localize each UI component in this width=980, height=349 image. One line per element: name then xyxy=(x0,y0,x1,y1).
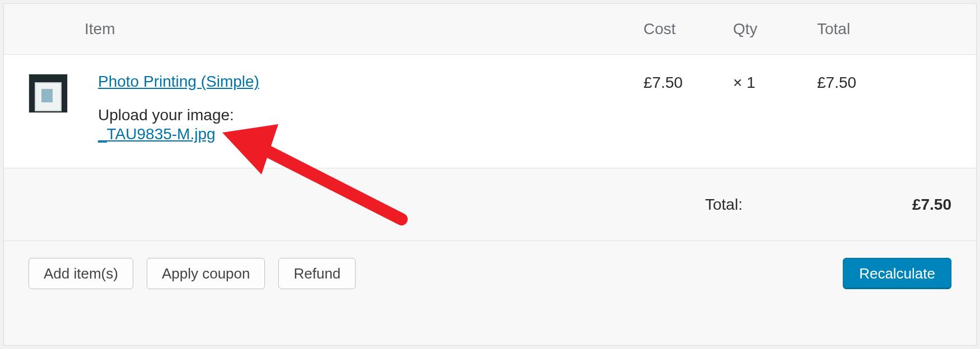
recalculate-button[interactable]: Recalculate xyxy=(843,258,951,289)
col-header-total: Total xyxy=(817,20,951,38)
table-header: Item Cost Qty Total xyxy=(4,4,976,54)
product-thumbnail[interactable] xyxy=(29,74,68,113)
upload-meta-label: Upload your image: xyxy=(98,106,643,124)
col-header-cost: Cost xyxy=(643,20,733,38)
order-totals-row: Total: £7.50 xyxy=(4,168,976,241)
item-cost: £7.50 xyxy=(643,72,733,143)
item-qty: × 1 xyxy=(733,72,817,143)
col-header-qty: Qty xyxy=(733,20,817,38)
item-total: £7.50 xyxy=(817,72,951,143)
table-row: Photo Printing (Simple) Upload your imag… xyxy=(4,54,976,168)
product-name-link[interactable]: Photo Printing (Simple) xyxy=(98,72,259,92)
add-item-button[interactable]: Add item(s) xyxy=(29,258,133,289)
apply-coupon-button[interactable]: Apply coupon xyxy=(147,258,265,289)
refund-button[interactable]: Refund xyxy=(278,258,356,289)
col-header-item: Item xyxy=(85,20,643,38)
order-actions-row: Add item(s) Apply coupon Refund Recalcul… xyxy=(4,241,976,289)
order-items-panel: Item Cost Qty Total Photo Printing (Simp… xyxy=(3,3,977,346)
order-total-value: £7.50 xyxy=(873,196,951,214)
uploaded-file-link[interactable]: _TAU9835-M.jpg xyxy=(98,125,216,143)
order-total-label: Total: xyxy=(705,196,873,214)
